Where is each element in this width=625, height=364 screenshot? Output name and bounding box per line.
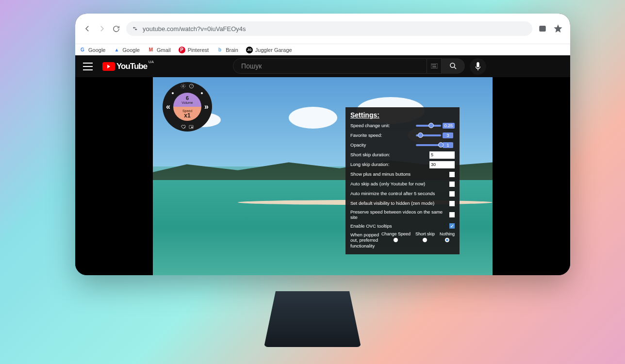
search-input[interactable]: Пошук [233,58,427,74]
tooltips-checkbox[interactable]: ✓ [449,223,455,229]
zen-label: Set default visibility to hidden (zen mo… [350,200,449,206]
search-button[interactable] [442,58,465,74]
short-skip-label: Short skip duration: [350,152,429,157]
bookmark-juggler[interactable]: JG Juggler Garage [246,47,292,53]
radio-short-skip[interactable]: Short skip [415,232,435,242]
ovc-dot [172,92,174,94]
fav-speed-label: Favorite speed: [350,132,416,138]
speed-unit-label: Speed change unit: [350,123,416,128]
bookmark-google-drive[interactable]: ▲ Google [113,47,139,53]
google-icon: G [79,47,86,53]
svg-rect-10 [477,62,479,67]
ovc-back-arrow[interactable]: « [166,102,170,111]
show-pm-checkbox[interactable] [449,172,455,177]
auto-skip-checkbox[interactable] [449,182,455,187]
speedometer-icon[interactable] [189,83,194,89]
show-pm-label: Show plus and minus buttons [350,171,449,177]
pinterest-icon: P [179,47,185,53]
pip-icon[interactable] [189,124,194,130]
voice-search-button[interactable] [470,58,486,75]
radio-change-speed[interactable]: Change Speed [381,232,411,242]
ovc-control-widget[interactable]: « » 6 Volume Speed x1 [163,82,212,132]
opacity-slider[interactable] [416,144,441,146]
ovc-volume-section[interactable]: 6 Volume [173,93,201,107]
forward-button[interactable] [98,24,106,33]
bookmark-gmail[interactable]: M Gmail [148,47,171,53]
youtube-logo[interactable]: YouTube UA [102,62,147,71]
drive-icon: ▲ [113,47,120,53]
bookmark-google[interactable]: G Google [79,47,105,53]
hamburger-menu[interactable] [83,63,93,70]
ovc-dot [201,92,203,94]
tooltips-label: Enable OVC tooltips [350,223,449,229]
svg-rect-3 [431,64,438,68]
ovc-settings-panel: Settings: Speed change unit: 0.25 Favori… [345,107,460,254]
svg-rect-14 [191,127,193,128]
locale-badge: UA [148,60,154,64]
url-bar[interactable]: youtube.com/watch?v=0iuVaFEOy4s [126,21,532,36]
short-skip-input[interactable] [429,151,455,159]
auto-min-checkbox[interactable] [449,191,455,197]
ovc-forward-arrow[interactable]: » [204,102,209,111]
long-skip-input[interactable] [429,161,455,168]
radio-nothing[interactable]: Nothing [440,232,455,242]
juggler-icon: JG [246,47,253,53]
browser-nav-bar: youtube.com/watch?v=0iuVaFEOy4s [75,14,570,44]
video-player-area: « » 6 Volume Speed x1 [75,77,570,275]
bookmark-brain[interactable]: b Brain [216,47,238,53]
svg-rect-8 [432,66,436,67]
fav-speed-slider[interactable] [416,134,441,136]
reload-button[interactable] [112,25,120,33]
back-button[interactable] [83,24,92,33]
ovc-speed-section[interactable]: Speed x1 [173,107,201,121]
preserve-checkbox[interactable] [449,212,455,217]
svg-point-9 [450,63,455,67]
svg-rect-6 [434,64,435,65]
video-content[interactable]: « » 6 Volume Speed x1 [153,77,493,275]
install-app-icon[interactable] [538,24,547,33]
long-skip-label: Long skip duration: [350,162,429,167]
auto-min-label: Auto minimize the control after 5 second… [350,191,449,196]
heart-icon[interactable] [181,124,186,130]
youtube-play-icon [102,62,115,71]
gear-icon[interactable] [181,83,186,89]
popout-label: When popped out, preferred functionality [350,232,381,248]
preserve-label: Preserve speed between videos on the sam… [350,209,449,220]
svg-rect-7 [435,64,436,65]
svg-point-11 [182,85,184,87]
monitor-stand [264,291,361,347]
settings-title: Settings: [350,111,455,119]
url-text: youtube.com/watch?v=0iuVaFEOy4s [143,25,246,33]
bookmarks-bar: G Google ▲ Google M Gmail P Pinterest b … [75,44,570,55]
bookmark-pinterest[interactable]: P Pinterest [179,47,209,53]
opacity-label: Opacity [350,142,416,148]
speed-unit-slider[interactable] [416,125,441,127]
zen-checkbox[interactable] [449,201,455,206]
keyboard-icon[interactable] [427,58,442,74]
bookmark-star-icon[interactable] [554,24,562,33]
monitor-screen: youtube.com/watch?v=0iuVaFEOy4s G Google… [75,14,570,275]
gmail-icon: M [148,47,154,53]
youtube-header: YouTube UA Пошук [75,55,570,77]
svg-rect-5 [432,64,433,65]
auto-skip-label: Auto skip ads (only Youtube for now) [350,181,449,186]
site-settings-icon [132,25,139,32]
svg-rect-4 [431,64,432,65]
brain-icon: b [216,47,223,53]
